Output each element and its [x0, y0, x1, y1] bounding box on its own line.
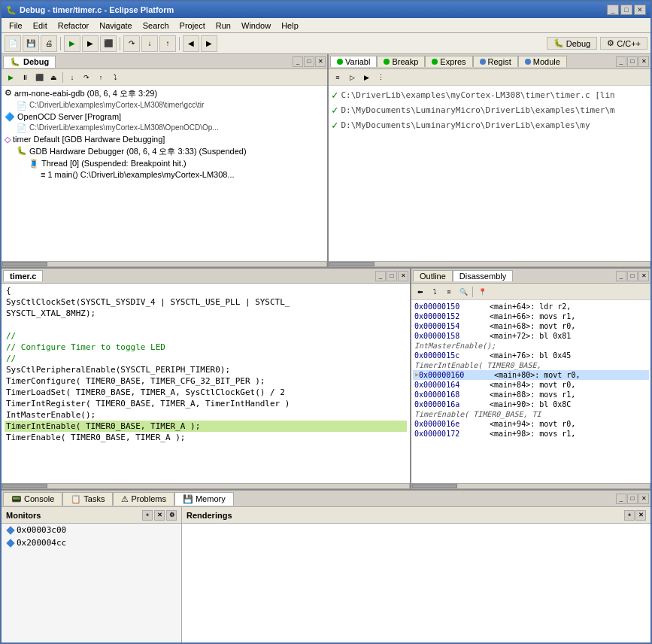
remove-rendering-btn[interactable]: ✕ [635, 510, 646, 521]
code-minimize-btn[interactable]: _ [375, 271, 386, 281]
vars-btn1[interactable]: ≡ [331, 71, 344, 84]
print-button[interactable]: 🖨 [41, 35, 57, 52]
debug-perspective-btn[interactable]: 🐛 Debug [547, 37, 597, 50]
suspend-btn[interactable]: ⏸ [18, 71, 32, 84]
code-panel-controls: _ □ ✕ [375, 271, 408, 281]
step-into[interactable]: ↓ [141, 35, 158, 52]
expressions-tab[interactable]: Expres [425, 56, 472, 67]
disasm-minimize-btn[interactable]: _ [616, 271, 626, 281]
outline-tab[interactable]: Outline [413, 270, 453, 281]
top-panels: 🐛 Debug _ □ ✕ ▶ ⏸ ⬛ ⏏ ↓ ↷ ↑ ⤵ [2, 54, 650, 269]
disasm-close-btn[interactable]: ✕ [638, 271, 649, 281]
tree-item-gdb[interactable]: ⚙ arm-none-eabi-gdb (08, 6, 4 오후 3:29) [3, 87, 326, 100]
menu-refactor[interactable]: Refactor [53, 20, 94, 31]
vars-scrollbar-thumb[interactable] [329, 262, 375, 266]
stop-button[interactable]: ⬛ [100, 35, 117, 52]
tasks-tab[interactable]: 📋 Tasks [62, 492, 113, 506]
bottom-minimize-btn[interactable]: _ [616, 494, 626, 504]
new-button[interactable]: 📄 [5, 35, 21, 52]
disassembly-tab[interactable]: Disassembly [453, 270, 513, 281]
step-return[interactable]: ↑ [159, 35, 176, 52]
code-line-9: TimerLoadSet( TIMER0_BASE, TIMER_A, SysC… [5, 387, 407, 398]
disasm-line-2: 0x00000154 <main+68>: movt r0, [413, 321, 649, 331]
code-maximize-btn[interactable]: □ [387, 271, 397, 281]
bottom-maximize-btn[interactable]: □ [627, 494, 638, 504]
step-over[interactable]: ↷ [123, 35, 140, 52]
disasm-btn2[interactable]: ⤵ [428, 285, 441, 299]
debug-minimize-btn[interactable]: _ [293, 56, 303, 67]
monitor-settings-btn[interactable]: ⚙ [166, 510, 177, 521]
console-tab[interactable]: 📟 Console [3, 492, 62, 506]
debug-tab[interactable]: 🐛 Debug [3, 56, 56, 68]
menu-navigate[interactable]: Navigate [95, 20, 136, 31]
code-content[interactable]: { SysCtlClockSet(SYSCTL_SYSDIV_4 | SYSCT… [2, 284, 410, 483]
debug-maximize-btn[interactable]: □ [304, 56, 314, 67]
drop-to-frame-btn[interactable]: ⤵ [108, 71, 122, 84]
menu-run[interactable]: Run [211, 20, 235, 31]
back-button[interactable]: ◀ [183, 35, 199, 52]
menu-file[interactable]: File [5, 20, 27, 31]
vars-close-btn[interactable]: ✕ [638, 56, 649, 67]
forward-button[interactable]: ▶ [201, 35, 217, 52]
modules-tab[interactable]: Module [518, 56, 567, 67]
save-button[interactable]: 💾 [23, 35, 39, 52]
registers-tab[interactable]: Regist [473, 56, 518, 67]
maximize-button[interactable]: □ [620, 5, 632, 15]
menu-help[interactable]: Help [277, 20, 303, 31]
vars-scrollbar-h[interactable] [329, 261, 650, 267]
run-button[interactable]: ▶ [64, 35, 80, 52]
tree-item-timer-default[interactable]: ◇ timer Default [GDB Hardware Debugging] [3, 134, 326, 145]
remove-monitor-btn[interactable]: ✕ [154, 510, 165, 521]
menu-edit[interactable]: Edit [29, 20, 52, 31]
cpp-perspective-btn[interactable]: ⚙ C/C++ [600, 37, 647, 50]
code-text-1: SysCtlClockSet(SYSCTL_SYSDIV_4 | SYSCTL_… [6, 297, 290, 307]
vars-maximize-btn[interactable]: □ [627, 56, 638, 67]
disasm-btn3[interactable]: ≡ [442, 285, 456, 299]
close-button[interactable]: ✕ [634, 5, 646, 15]
vars-btn2[interactable]: ▷ [345, 71, 359, 84]
debug-close-btn[interactable]: ✕ [315, 56, 326, 67]
vars-btn3[interactable]: ▶ [359, 71, 373, 84]
menu-window[interactable]: Window [237, 20, 275, 31]
disasm-maximize-btn[interactable]: □ [627, 271, 638, 281]
disasm-instr-5: <main+80>: movt r0, [494, 371, 580, 379]
vars-btn4[interactable]: ⋮ [374, 71, 387, 84]
problems-tab[interactable]: ⚠ Problems [113, 492, 174, 506]
disasm-btn5[interactable]: 📍 [475, 285, 489, 299]
resume-btn[interactable]: ▶ [4, 71, 17, 84]
debug-scrollbar-h[interactable] [2, 261, 327, 267]
menu-search[interactable]: Search [138, 20, 174, 31]
tree-item-gdb-hw[interactable]: 🐛 GDB Hardware Debugger (08, 6, 4 오후 3:3… [3, 145, 326, 158]
bottom-close-btn[interactable]: ✕ [638, 494, 649, 504]
tree-item-thread[interactable]: 🧵 Thread [0] (Suspended: Breakpoint hit.… [3, 158, 326, 169]
debug-scrollbar-thumb[interactable] [2, 262, 47, 266]
step-return-btn[interactable]: ↑ [94, 71, 108, 84]
debug-run-button[interactable]: ▶ [82, 35, 99, 52]
add-monitor-btn[interactable]: + [142, 510, 153, 521]
code-close-btn[interactable]: ✕ [398, 271, 408, 281]
disconnect-btn[interactable]: ⏏ [47, 71, 60, 84]
disasm-btn4[interactable]: 🔍 [456, 285, 470, 299]
memory-tab[interactable]: 💾 Memory [174, 492, 234, 506]
tree-item-openocd-file[interactable]: 📄 C:\DriverLib\examples\myCortex-LM308\O… [3, 123, 326, 134]
timer-c-tab[interactable]: timer.c [3, 270, 43, 281]
vars-minimize-btn[interactable]: _ [616, 56, 626, 67]
step-into-btn[interactable]: ↓ [65, 71, 79, 84]
disasm-scrollbar-thumb[interactable] [412, 484, 457, 488]
code-scrollbar-thumb[interactable] [2, 484, 47, 488]
menu-project[interactable]: Project [175, 20, 210, 31]
variables-tab[interactable]: Variabl [330, 56, 377, 67]
tree-item-gdb-file[interactable]: 📄 C:\DriverLib\examples\myCortex-LM308\t… [3, 100, 326, 111]
tree-item-main[interactable]: ≡ 1 main() C:\DriverLib\examples\myCorte… [3, 169, 326, 180]
disasm-scrollbar-h[interactable] [411, 483, 650, 489]
add-rendering-btn[interactable]: + [624, 510, 635, 521]
minimize-button[interactable]: _ [607, 5, 619, 15]
terminate-btn[interactable]: ⬛ [32, 71, 46, 84]
breakpoints-tab[interactable]: Breakp [377, 56, 425, 67]
code-scrollbar-h[interactable] [2, 483, 410, 489]
step-over-btn[interactable]: ↷ [80, 71, 93, 84]
window-title: Debug - timer/timer.c - Eclipse Platform [20, 5, 174, 14]
disasm-btn1[interactable]: ⬅ [414, 285, 427, 299]
tree-item-openocd[interactable]: 🔷 OpenOCD Server [Program] [3, 111, 326, 123]
title-bar-controls[interactable]: _ □ ✕ [607, 5, 646, 15]
